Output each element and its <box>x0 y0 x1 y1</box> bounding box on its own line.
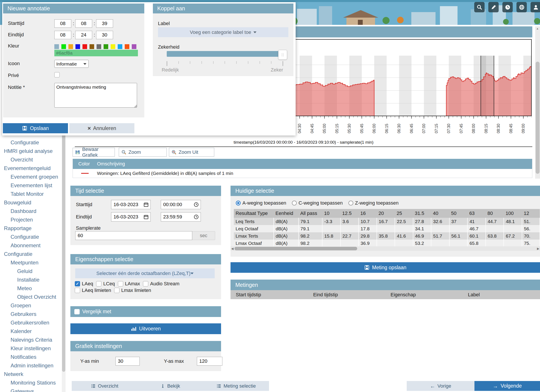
sidebar-item-nalevings-criteria[interactable]: Nalevings Criteria <box>0 336 62 344</box>
search-button[interactable] <box>474 2 485 12</box>
sidebar-item-gebruikersrollen[interactable]: Gebruikersrollen <box>0 318 62 327</box>
color-swatch[interactable] <box>90 44 94 49</box>
radio-a-weging-toepassen[interactable]: A-weging toepassen <box>236 200 286 206</box>
end-hour-input[interactable] <box>54 31 71 39</box>
sidebar-item-geluid[interactable]: Geluid <box>0 267 62 275</box>
sidebar-item-netwerk[interactable]: Netwerk <box>0 370 62 378</box>
compare-checkbox[interactable] <box>74 309 80 314</box>
sidebar-item-evenement-groepen[interactable]: Evenement groepen <box>0 172 62 181</box>
checkbox-audio-stream[interactable]: Audio Stream <box>143 281 179 287</box>
measurement-selection-button[interactable]: Meting selectie <box>203 381 269 391</box>
color-swatch[interactable] <box>82 44 87 49</box>
cancel-button[interactable]: × Annuleren <box>69 123 134 133</box>
color-swatch[interactable] <box>75 44 80 49</box>
sidebar-scrollbar-thumb[interactable] <box>62 132 65 372</box>
svg-text:07:15: 07:15 <box>434 124 439 133</box>
sidebar-item-kleur-instellingen[interactable]: Kleur instellingen <box>0 344 62 353</box>
sidebar-item-notificaties[interactable]: Notificaties <box>0 353 62 361</box>
start-minute-input[interactable] <box>75 19 92 28</box>
checkbox-lamax[interactable]: LAmax <box>118 281 140 287</box>
y-min-input[interactable] <box>115 357 140 366</box>
vertical-scrollbar[interactable]: ▲ <box>535 26 540 179</box>
end-minute-input[interactable] <box>75 31 92 39</box>
result-cell: Leq Terts <box>234 218 274 225</box>
save-measurement-button[interactable]: Meting opslaan <box>230 262 540 273</box>
sidebar-item-bouwgeluid[interactable]: Bouwgeluid <box>0 198 62 207</box>
color-swatch[interactable] <box>61 44 66 49</box>
checkbox-laeq-limieten[interactable]: LAeq limieten <box>75 287 111 293</box>
result-cell: 70. <box>522 232 540 240</box>
octave-band-dropdown[interactable]: Selecteer één derde octaafbanden (LZeq,T… <box>75 268 215 278</box>
color-swatch[interactable] <box>111 44 115 49</box>
sidebar-item-gateways[interactable]: Gateways <box>0 387 62 392</box>
color-swatch[interactable] <box>104 44 108 49</box>
color-swatch[interactable] <box>118 44 122 49</box>
sidebar-item-object-overzicht[interactable]: Object Overzicht <box>0 292 62 301</box>
zoom-button[interactable]: Zoom <box>119 148 167 157</box>
sidebar-item-configuratie[interactable]: Configuratie <box>0 138 62 147</box>
sidebar-item-dashboard[interactable]: Dashboard <box>0 207 62 215</box>
color-swatch[interactable] <box>97 44 101 49</box>
samplerate-input[interactable] <box>75 231 192 240</box>
sidebar-item-abonnement[interactable]: Abonnement <box>0 241 62 250</box>
zoom-out-button[interactable]: Zoom Uit <box>169 148 214 157</box>
sidebar-item-groepen[interactable]: Groepen <box>0 301 62 310</box>
compare-with-bar[interactable]: Vergelijk met <box>70 306 221 317</box>
color-swatch[interactable] <box>132 44 136 49</box>
sidebar-item-evenementen-lijst[interactable]: Evenementen lijst <box>0 181 62 190</box>
end-second-input[interactable] <box>96 31 113 39</box>
new-annotation-title: Nieuwe annotatie <box>3 4 144 13</box>
certainty-slider-track[interactable] <box>167 51 283 57</box>
next-button[interactable]: → Volgende <box>475 381 540 391</box>
radio-c-weging-toepassen[interactable]: C-weging toepassen <box>292 200 343 206</box>
color-swatch[interactable] <box>68 44 73 49</box>
sidebar-item-meetpunten[interactable]: Meetpunten <box>0 258 62 267</box>
vertical-scrollbar-thumb[interactable] <box>536 62 540 174</box>
start-second-input[interactable] <box>96 19 113 28</box>
icon-select[interactable]: Informatie <box>54 60 89 68</box>
checkbox-laeq[interactable]: LAeq <box>75 281 93 287</box>
history-button[interactable] <box>502 2 513 12</box>
sidebar-item-rapportage[interactable]: Rapportage <box>0 224 62 232</box>
start-hour-input[interactable] <box>54 19 71 28</box>
checkbox-lmax-limieten[interactable]: Lmax limieten <box>114 287 151 293</box>
color-swatch[interactable] <box>125 44 129 49</box>
sidebar-item-overzicht[interactable]: Overzicht <box>0 155 62 164</box>
sidebar-item-meteo[interactable]: Meteo <box>0 284 62 292</box>
scroll-right-arrow-icon[interactable]: ▶ <box>537 247 539 250</box>
table-scrollbar-thumb[interactable] <box>235 247 357 250</box>
checkbox-lceq[interactable]: LCeq <box>96 281 115 287</box>
sidebar-item-installatie[interactable]: Installatie <box>0 275 62 284</box>
save-graph-button[interactable]: Bewaar Grafiek <box>73 148 115 157</box>
resize-grip[interactable] <box>134 105 137 107</box>
result-cell <box>431 225 449 232</box>
private-checkbox[interactable] <box>54 72 60 77</box>
sidebar-item-evenementengeluid[interactable]: Evenementengeluid <box>0 164 62 172</box>
sidebar-item-gebruikers[interactable]: Gebruikers <box>0 310 62 318</box>
previous-button[interactable]: ← Vorige <box>407 381 475 391</box>
view-button[interactable]: Bekijk <box>137 381 203 391</box>
radio-z-weging-toepassen[interactable]: Z-weging toepassen <box>348 200 399 206</box>
color-swatch[interactable] <box>54 44 59 49</box>
language-button[interactable] <box>516 2 527 12</box>
sidebar-item-hmri-geluid-analyse[interactable]: HMRI geluid analyse <box>0 147 62 155</box>
y-max-input[interactable] <box>197 357 222 366</box>
sidebar-item-configuratie[interactable]: Configuratie <box>0 250 62 258</box>
scroll-left-arrow-icon[interactable]: ◀ <box>231 247 234 250</box>
sidebar-item-monitoring-stations[interactable]: Monitoring Stations <box>0 378 62 387</box>
table-scrollbar[interactable]: ◀ ▶ <box>230 246 540 251</box>
execute-button[interactable]: Uitvoeren <box>70 323 221 334</box>
sidebar-item-admin-instellingen[interactable]: Admin instellingen <box>0 361 62 370</box>
note-textarea[interactable]: Ontvangstniveau meting <box>54 83 137 108</box>
save-button[interactable]: Opslaan <box>3 123 68 133</box>
scroll-up-arrow-icon[interactable]: ▲ <box>536 27 539 30</box>
account-button[interactable] <box>530 2 540 12</box>
certainty-slider-handle[interactable] <box>278 50 287 60</box>
overview-button[interactable]: Overzicht <box>72 381 137 391</box>
sidebar-item-kalender[interactable]: Kalender <box>0 327 62 336</box>
sidebar-item-tablet-monitor[interactable]: Tablet Monitor <box>0 190 62 198</box>
category-label-dropdown[interactable]: Voeg een categorie label toe <box>158 27 288 37</box>
sidebar-item-configuratie[interactable]: Configuratie <box>0 232 62 241</box>
edit-button[interactable] <box>488 2 499 12</box>
sidebar-item-projecten[interactable]: Projecten <box>0 215 62 224</box>
